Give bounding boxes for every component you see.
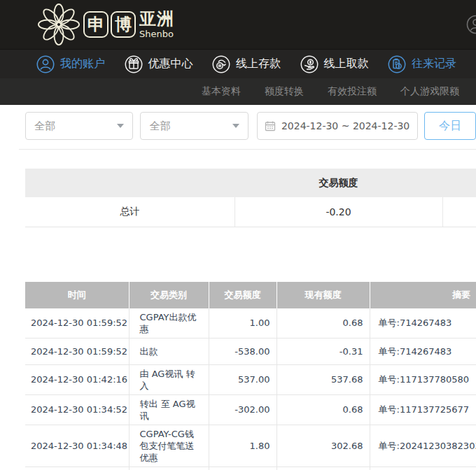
- logo-characters: 申 博: [83, 11, 136, 38]
- summary-total-row: 总计 -0.20: [25, 197, 476, 227]
- cell-memo: 单号:714267483: [370, 338, 476, 364]
- cell-time: 2024-12-30 01:34:48: [25, 425, 129, 467]
- nav-label: 往来记录: [412, 57, 456, 71]
- category-select-value: 全部: [149, 120, 170, 133]
- nav-label: 线上取款: [324, 57, 369, 71]
- logo-wordmark: 亚洲 Shenbo: [139, 10, 174, 38]
- caret-down-icon: [232, 124, 239, 128]
- logo-char-2: 博: [111, 11, 136, 38]
- date-range-value: 2024-12-30 ~ 2024-12-30: [281, 120, 410, 131]
- nav-item-promotions[interactable]: 优惠中心: [125, 55, 193, 73]
- transactions-table: 时间 交易类别 交易额度 现有额度 摘要 2024-12-30 01:59:52…: [25, 282, 476, 470]
- cell-amount: 537.00: [209, 364, 276, 394]
- brand-logo[interactable]: 申 博 亚洲 Shenbo: [37, 2, 174, 47]
- avatar-icon[interactable]: [466, 15, 476, 34]
- subnav-item-quota-transfer[interactable]: 额度转换: [265, 85, 304, 98]
- calendar-icon: [265, 120, 276, 131]
- cell-amount: -538.00: [209, 338, 276, 364]
- main-nav: 我的账户 优惠中心 线上存款: [0, 49, 476, 78]
- col-header-time: 时间: [25, 282, 129, 308]
- flower-logo-icon: [37, 3, 80, 45]
- nav-item-my-account[interactable]: 我的账户: [36, 55, 105, 73]
- cell-memo: 单号:202412303823034: [370, 467, 476, 470]
- table-row: 2024-12-30 01:34:48 CGPAY-CG钱包支付笔笔送优惠 1.…: [25, 425, 476, 467]
- table-row: 2024-12-30 01:34:52 转出 至 AG视讯 -302.00 0.…: [25, 394, 476, 425]
- cell-amount: 300.00: [209, 467, 276, 470]
- logo-char-1: 申: [83, 11, 108, 38]
- nav-item-online-withdraw[interactable]: 线上取款: [300, 55, 369, 73]
- cell-amount: 1.00: [209, 308, 276, 339]
- summary-total-value: -0.20: [234, 197, 442, 227]
- date-range-input[interactable]: 2024-12-30 ~ 2024-12-30: [257, 112, 418, 140]
- cell-balance: 302.68: [276, 425, 370, 467]
- cell-memo: 单号:714267483: [370, 308, 476, 339]
- caret-down-icon: [117, 124, 124, 128]
- cell-balance: 0.68: [276, 308, 370, 339]
- nav-label: 线上存款: [236, 57, 281, 71]
- records-clock-icon: [388, 55, 406, 73]
- subnav-item-valid-bets[interactable]: 有效投注额: [328, 85, 377, 98]
- cell-balance: 300.88: [276, 467, 370, 470]
- cell-balance: 537.68: [276, 364, 370, 394]
- cell-memo: 单号:117137725677: [370, 394, 476, 425]
- cell-time: 2024-12-30 01:34:52: [25, 394, 129, 425]
- subnav-item-basic-info[interactable]: 基本资料: [202, 85, 241, 98]
- summary-total-extra: [442, 197, 476, 227]
- summary-header-empty: [25, 169, 234, 197]
- nav-label: 我的账户: [60, 57, 105, 71]
- cell-type: 出款: [129, 338, 209, 364]
- today-button[interactable]: 今日: [424, 112, 476, 140]
- cell-time: 2024-12-30 01:59:52: [25, 308, 129, 339]
- cell-time: 2024-12-30 01:42:16: [25, 364, 129, 394]
- category-select[interactable]: 全部: [140, 112, 248, 140]
- content-area: 全部 全部 2024-12-30 ~ 2024-12-30 今日: [0, 112, 476, 470]
- summary-table: 交易额度 总计 -0.20: [25, 169, 476, 227]
- cell-time: 2024-12-30 01:59:52: [25, 338, 129, 364]
- cell-amount: -302.00: [209, 394, 276, 425]
- nav-item-records[interactable]: 往来记录: [388, 55, 456, 73]
- cell-memo: 单号:202412303823034: [370, 425, 476, 467]
- cell-type: 由 AG视讯 转入: [129, 364, 209, 394]
- page: 申 博 亚洲 Shenbo: [0, 0, 476, 470]
- app-header: 申 博 亚洲 Shenbo: [0, 0, 476, 49]
- summary-header-amount: 交易额度: [234, 169, 442, 197]
- section-divider: [19, 149, 476, 150]
- sub-nav: 基本资料 额度转换 有效投注额 个人游戏限额: [0, 78, 476, 105]
- type-select[interactable]: 全部: [25, 112, 133, 140]
- cell-time: 2024-12-30 01:34:48: [25, 467, 129, 470]
- money-hand-withdraw-icon: [300, 55, 318, 73]
- nav-item-online-deposit[interactable]: 线上存款: [212, 55, 281, 73]
- cell-balance: 0.68: [276, 394, 370, 425]
- table-row: 2024-12-30 01:34:48 CGPAY支付 300.00 300.8…: [25, 467, 476, 470]
- logo-subtitle: Shenbo: [139, 29, 174, 38]
- table-row: 2024-12-30 01:59:52 出款 -538.00 -0.31 单号:…: [25, 338, 476, 364]
- nav-label: 优惠中心: [148, 57, 193, 71]
- summary-header-row: 交易额度: [25, 169, 476, 197]
- cell-type: CGPAY-CG钱包支付笔笔送优惠: [129, 425, 209, 467]
- cell-type: CGPAY支付: [129, 467, 209, 470]
- table-row: 2024-12-30 01:59:52 CGPAY出款优惠 1.00 0.68 …: [25, 308, 476, 339]
- type-select-value: 全部: [34, 120, 55, 133]
- cell-type: 转出 至 AG视讯: [129, 394, 209, 425]
- filter-row: 全部 全部 2024-12-30 ~ 2024-12-30 今日: [25, 112, 476, 140]
- summary-total-label: 总计: [25, 197, 234, 227]
- coin-hand-deposit-icon: [212, 55, 230, 73]
- gift-icon: [125, 55, 143, 73]
- col-header-balance: 现有额度: [276, 282, 370, 308]
- cell-memo: 单号:117137780580: [370, 364, 476, 394]
- subnav-item-personal-game-limit[interactable]: 个人游戏限额: [400, 85, 459, 98]
- summary-header-empty-2: [442, 169, 476, 197]
- col-header-type: 交易类别: [129, 282, 209, 308]
- user-icon: [36, 55, 55, 73]
- table-row: 2024-12-30 01:42:16 由 AG视讯 转入 537.00 537…: [25, 364, 476, 394]
- col-header-memo: 摘要: [370, 282, 476, 308]
- cell-amount: 1.80: [209, 425, 276, 467]
- cell-type: CGPAY出款优惠: [129, 308, 209, 339]
- transactions-header-row: 时间 交易类别 交易额度 现有额度 摘要: [25, 282, 476, 308]
- cell-balance: -0.31: [276, 338, 370, 364]
- col-header-amount: 交易额度: [209, 282, 276, 308]
- logo-region-text: 亚洲: [139, 10, 174, 27]
